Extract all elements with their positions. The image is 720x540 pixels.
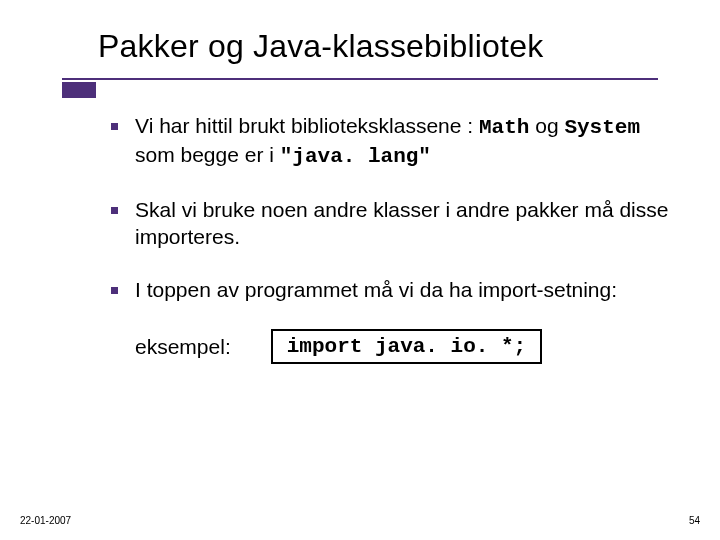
bullet-text: Skal vi bruke noen andre klasser i andre…	[135, 198, 668, 248]
bullet-icon	[111, 123, 118, 130]
bullet-text: Vi har hittil brukt biblioteksklassene :	[135, 114, 479, 137]
content-area: Vi har hittil brukt biblioteksklassene :…	[0, 65, 720, 364]
inline-code: Math	[479, 116, 529, 139]
slide-title: Pakker og Java-klassebibliotek	[98, 28, 720, 65]
bullet-icon	[111, 207, 118, 214]
example-row: eksempel: import java. io. *;	[135, 329, 670, 364]
bullet-text: I toppen av programmet må vi da ha impor…	[135, 278, 617, 301]
inline-code: "java. lang"	[280, 145, 431, 168]
bullet-item: Skal vi bruke noen andre klasser i andre…	[135, 197, 670, 251]
title-area: Pakker og Java-klassebibliotek	[0, 0, 720, 65]
example-label: eksempel:	[135, 335, 231, 359]
bullet-item: I toppen av programmet må vi da ha impor…	[135, 277, 670, 304]
code-box: import java. io. *;	[271, 329, 542, 364]
bullet-item: Vi har hittil brukt biblioteksklassene :…	[135, 113, 670, 171]
title-underline	[62, 78, 658, 80]
bullet-text: og	[529, 114, 564, 137]
inline-code: System	[564, 116, 640, 139]
bullet-icon	[111, 287, 118, 294]
bullet-text: som begge er i	[135, 143, 280, 166]
title-accent-bar	[62, 82, 96, 98]
footer-page: 54	[689, 515, 700, 526]
footer-date: 22-01-2007	[20, 515, 71, 526]
